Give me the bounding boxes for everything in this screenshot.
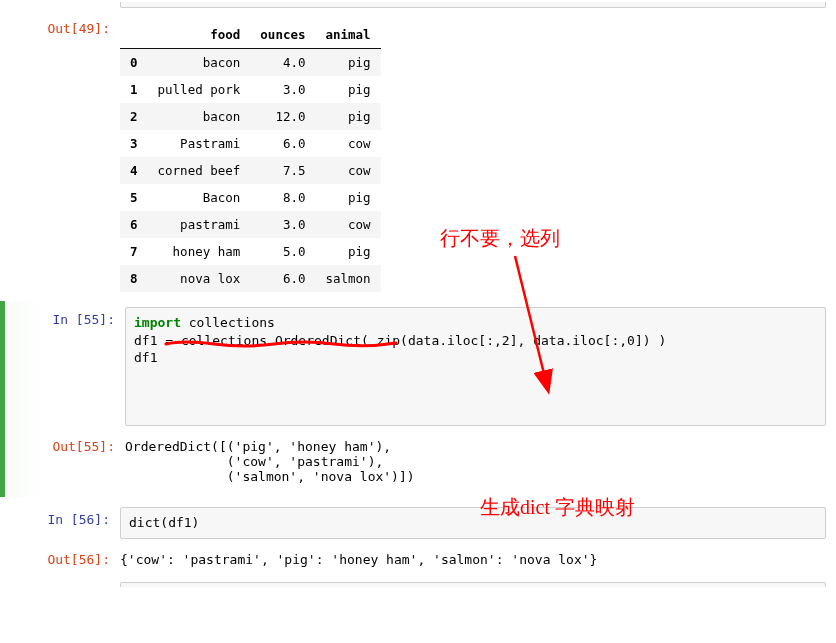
table-cell: pig	[315, 103, 380, 130]
table-cell: pastrami	[148, 211, 251, 238]
table-cell: 6.0	[250, 265, 315, 292]
table-cell: 7.5	[250, 157, 315, 184]
code-text: df1 = collections.OrderedDict( zip(data.…	[134, 333, 666, 348]
code-input-56[interactable]: dict(df1)	[120, 507, 826, 539]
output-49: food ounces animal 0bacon4.0pig1pulled p…	[120, 16, 826, 297]
code-text: df1	[134, 350, 157, 365]
table-cell: 5.0	[250, 238, 315, 265]
table-cell: 3.0	[250, 76, 315, 103]
code-text: dict(df1)	[129, 515, 199, 530]
table-cell: cow	[315, 211, 380, 238]
table-cell: pig	[315, 238, 380, 265]
row-index: 5	[120, 184, 148, 211]
row-index: 3	[120, 130, 148, 157]
table-cell: pig	[315, 49, 380, 77]
table-cell: pig	[315, 184, 380, 211]
prompt-in-56: In [56]:	[10, 507, 120, 532]
previous-cell-edge	[120, 2, 826, 8]
table-row: 0bacon4.0pig	[120, 49, 381, 77]
table-cell: Pastrami	[148, 130, 251, 157]
table-cell: Bacon	[148, 184, 251, 211]
col-ounces: ounces	[250, 21, 315, 49]
row-index: 2	[120, 103, 148, 130]
row-index: 6	[120, 211, 148, 238]
row-index: 0	[120, 49, 148, 77]
next-cell-edge	[120, 582, 826, 587]
table-row: 8nova lox6.0salmon	[120, 265, 381, 292]
table-row: 1pulled pork3.0pig	[120, 76, 381, 103]
row-index: 8	[120, 265, 148, 292]
table-row: 6pastrami3.0cow	[120, 211, 381, 238]
col-food: food	[148, 21, 251, 49]
table-cell: honey ham	[148, 238, 251, 265]
prompt-in-55: In [55]:	[15, 307, 125, 332]
code-text: collections	[181, 315, 275, 330]
table-row: 5Bacon8.0pig	[120, 184, 381, 211]
output-55: OrderedDict([('pig', 'honey ham'), ('cow…	[125, 434, 826, 489]
table-cell: salmon	[315, 265, 380, 292]
row-index: 4	[120, 157, 148, 184]
row-index: 1	[120, 76, 148, 103]
table-row: 7honey ham5.0pig	[120, 238, 381, 265]
table-cell: 3.0	[250, 211, 315, 238]
prompt-out-56: Out[56]:	[10, 547, 120, 572]
output-56: {'cow': 'pastrami', 'pig': 'honey ham', …	[120, 547, 826, 572]
table-cell: 12.0	[250, 103, 315, 130]
table-cell: cow	[315, 130, 380, 157]
table-cell: bacon	[148, 49, 251, 77]
table-cell: pulled pork	[148, 76, 251, 103]
table-cell: cow	[315, 157, 380, 184]
prompt-out-49: Out[49]:	[10, 16, 120, 41]
table-cell: corned beef	[148, 157, 251, 184]
keyword-import: import	[134, 315, 181, 330]
col-index	[120, 21, 148, 49]
table-row: 4corned beef7.5cow	[120, 157, 381, 184]
prompt-out-55: Out[55]:	[15, 434, 125, 459]
table-cell: bacon	[148, 103, 251, 130]
table-cell: 8.0	[250, 184, 315, 211]
row-index: 7	[120, 238, 148, 265]
table-cell: 4.0	[250, 49, 315, 77]
table-row: 3Pastrami6.0cow	[120, 130, 381, 157]
table-cell: pig	[315, 76, 380, 103]
col-animal: animal	[315, 21, 380, 49]
code-input-55[interactable]: import collections df1 = collections.Ord…	[125, 307, 826, 426]
table-row: 2bacon12.0pig	[120, 103, 381, 130]
dataframe-table: food ounces animal 0bacon4.0pig1pulled p…	[120, 21, 381, 292]
table-cell: 6.0	[250, 130, 315, 157]
table-cell: nova lox	[148, 265, 251, 292]
